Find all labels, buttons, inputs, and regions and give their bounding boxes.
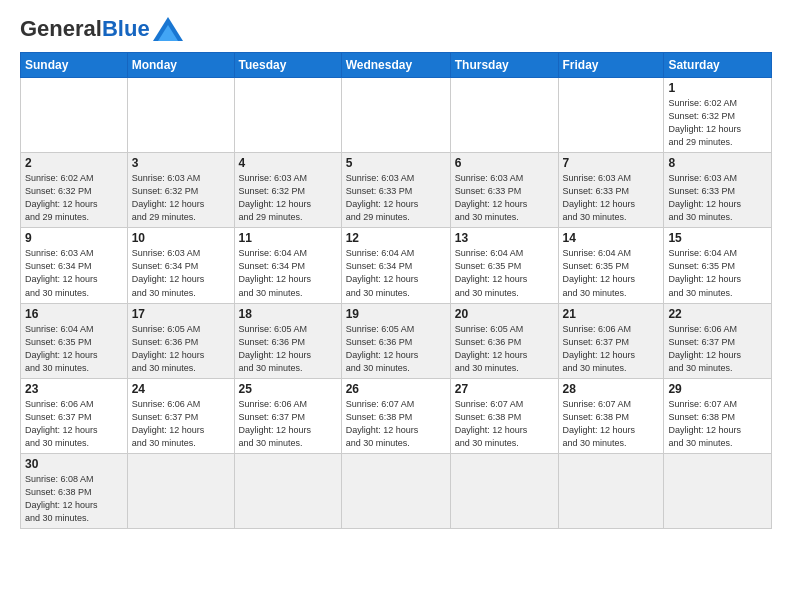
day-info: Sunrise: 6:03 AM Sunset: 6:33 PM Dayligh…: [455, 172, 554, 224]
calendar-cell: [558, 453, 664, 528]
logo-icon: [153, 17, 183, 41]
calendar-cell: 3Sunrise: 6:03 AM Sunset: 6:32 PM Daylig…: [127, 153, 234, 228]
header-wednesday: Wednesday: [341, 53, 450, 78]
header-saturday: Saturday: [664, 53, 772, 78]
calendar-cell: 27Sunrise: 6:07 AM Sunset: 6:38 PM Dayli…: [450, 378, 558, 453]
day-info: Sunrise: 6:03 AM Sunset: 6:33 PM Dayligh…: [668, 172, 767, 224]
calendar-cell: 2Sunrise: 6:02 AM Sunset: 6:32 PM Daylig…: [21, 153, 128, 228]
day-number: 8: [668, 156, 767, 170]
day-info: Sunrise: 6:04 AM Sunset: 6:35 PM Dayligh…: [563, 247, 660, 299]
day-info: Sunrise: 6:02 AM Sunset: 6:32 PM Dayligh…: [25, 172, 123, 224]
calendar-cell: 17Sunrise: 6:05 AM Sunset: 6:36 PM Dayli…: [127, 303, 234, 378]
day-info: Sunrise: 6:03 AM Sunset: 6:34 PM Dayligh…: [132, 247, 230, 299]
week-row-0: 1Sunrise: 6:02 AM Sunset: 6:32 PM Daylig…: [21, 78, 772, 153]
logo-area: General Blue: [20, 16, 183, 42]
calendar-cell: 1Sunrise: 6:02 AM Sunset: 6:32 PM Daylig…: [664, 78, 772, 153]
day-info: Sunrise: 6:04 AM Sunset: 6:34 PM Dayligh…: [346, 247, 446, 299]
calendar-cell: 28Sunrise: 6:07 AM Sunset: 6:38 PM Dayli…: [558, 378, 664, 453]
day-number: 3: [132, 156, 230, 170]
day-info: Sunrise: 6:07 AM Sunset: 6:38 PM Dayligh…: [668, 398, 767, 450]
calendar-cell: 7Sunrise: 6:03 AM Sunset: 6:33 PM Daylig…: [558, 153, 664, 228]
day-info: Sunrise: 6:02 AM Sunset: 6:32 PM Dayligh…: [668, 97, 767, 149]
calendar-cell: [341, 78, 450, 153]
day-number: 16: [25, 307, 123, 321]
day-info: Sunrise: 6:06 AM Sunset: 6:37 PM Dayligh…: [25, 398, 123, 450]
calendar-cell: [127, 78, 234, 153]
day-number: 10: [132, 231, 230, 245]
day-info: Sunrise: 6:04 AM Sunset: 6:35 PM Dayligh…: [668, 247, 767, 299]
week-row-5: 30Sunrise: 6:08 AM Sunset: 6:38 PM Dayli…: [21, 453, 772, 528]
calendar-cell: 10Sunrise: 6:03 AM Sunset: 6:34 PM Dayli…: [127, 228, 234, 303]
day-number: 9: [25, 231, 123, 245]
calendar-cell: 6Sunrise: 6:03 AM Sunset: 6:33 PM Daylig…: [450, 153, 558, 228]
calendar-cell: 15Sunrise: 6:04 AM Sunset: 6:35 PM Dayli…: [664, 228, 772, 303]
calendar-cell: [234, 453, 341, 528]
day-info: Sunrise: 6:03 AM Sunset: 6:32 PM Dayligh…: [132, 172, 230, 224]
day-info: Sunrise: 6:04 AM Sunset: 6:35 PM Dayligh…: [25, 323, 123, 375]
calendar-cell: [558, 78, 664, 153]
calendar-cell: [450, 78, 558, 153]
day-number: 18: [239, 307, 337, 321]
day-info: Sunrise: 6:07 AM Sunset: 6:38 PM Dayligh…: [455, 398, 554, 450]
day-number: 14: [563, 231, 660, 245]
day-number: 26: [346, 382, 446, 396]
calendar-cell: 24Sunrise: 6:06 AM Sunset: 6:37 PM Dayli…: [127, 378, 234, 453]
day-info: Sunrise: 6:03 AM Sunset: 6:34 PM Dayligh…: [25, 247, 123, 299]
calendar-cell: 18Sunrise: 6:05 AM Sunset: 6:36 PM Dayli…: [234, 303, 341, 378]
week-row-3: 16Sunrise: 6:04 AM Sunset: 6:35 PM Dayli…: [21, 303, 772, 378]
calendar-cell: 26Sunrise: 6:07 AM Sunset: 6:38 PM Dayli…: [341, 378, 450, 453]
day-number: 1: [668, 81, 767, 95]
day-number: 2: [25, 156, 123, 170]
header-tuesday: Tuesday: [234, 53, 341, 78]
day-info: Sunrise: 6:06 AM Sunset: 6:37 PM Dayligh…: [239, 398, 337, 450]
calendar-cell: 21Sunrise: 6:06 AM Sunset: 6:37 PM Dayli…: [558, 303, 664, 378]
week-row-4: 23Sunrise: 6:06 AM Sunset: 6:37 PM Dayli…: [21, 378, 772, 453]
day-number: 5: [346, 156, 446, 170]
day-number: 25: [239, 382, 337, 396]
day-number: 13: [455, 231, 554, 245]
header-friday: Friday: [558, 53, 664, 78]
calendar-cell: [127, 453, 234, 528]
day-number: 28: [563, 382, 660, 396]
day-info: Sunrise: 6:04 AM Sunset: 6:34 PM Dayligh…: [239, 247, 337, 299]
header: General Blue: [20, 16, 772, 42]
day-number: 15: [668, 231, 767, 245]
day-number: 12: [346, 231, 446, 245]
calendar-cell: 14Sunrise: 6:04 AM Sunset: 6:35 PM Dayli…: [558, 228, 664, 303]
day-info: Sunrise: 6:04 AM Sunset: 6:35 PM Dayligh…: [455, 247, 554, 299]
logo-blue: Blue: [102, 16, 150, 42]
day-info: Sunrise: 6:03 AM Sunset: 6:33 PM Dayligh…: [346, 172, 446, 224]
week-row-2: 9Sunrise: 6:03 AM Sunset: 6:34 PM Daylig…: [21, 228, 772, 303]
header-sunday: Sunday: [21, 53, 128, 78]
calendar-cell: 12Sunrise: 6:04 AM Sunset: 6:34 PM Dayli…: [341, 228, 450, 303]
day-number: 7: [563, 156, 660, 170]
day-info: Sunrise: 6:05 AM Sunset: 6:36 PM Dayligh…: [239, 323, 337, 375]
day-number: 20: [455, 307, 554, 321]
calendar-cell: 11Sunrise: 6:04 AM Sunset: 6:34 PM Dayli…: [234, 228, 341, 303]
header-thursday: Thursday: [450, 53, 558, 78]
logo: General Blue: [20, 16, 183, 42]
calendar-cell: [341, 453, 450, 528]
calendar-cell: 22Sunrise: 6:06 AM Sunset: 6:37 PM Dayli…: [664, 303, 772, 378]
day-number: 6: [455, 156, 554, 170]
day-number: 23: [25, 382, 123, 396]
calendar-table: SundayMondayTuesdayWednesdayThursdayFrid…: [20, 52, 772, 529]
day-number: 11: [239, 231, 337, 245]
day-info: Sunrise: 6:06 AM Sunset: 6:37 PM Dayligh…: [132, 398, 230, 450]
day-info: Sunrise: 6:07 AM Sunset: 6:38 PM Dayligh…: [346, 398, 446, 450]
calendar-cell: 9Sunrise: 6:03 AM Sunset: 6:34 PM Daylig…: [21, 228, 128, 303]
day-number: 22: [668, 307, 767, 321]
day-number: 27: [455, 382, 554, 396]
calendar-page: General Blue SundayMondayTuesdayWednesda…: [0, 0, 792, 539]
calendar-cell: 29Sunrise: 6:07 AM Sunset: 6:38 PM Dayli…: [664, 378, 772, 453]
day-info: Sunrise: 6:05 AM Sunset: 6:36 PM Dayligh…: [455, 323, 554, 375]
day-info: Sunrise: 6:06 AM Sunset: 6:37 PM Dayligh…: [563, 323, 660, 375]
day-number: 17: [132, 307, 230, 321]
calendar-cell: [450, 453, 558, 528]
calendar-cell: [21, 78, 128, 153]
calendar-cell: 23Sunrise: 6:06 AM Sunset: 6:37 PM Dayli…: [21, 378, 128, 453]
header-monday: Monday: [127, 53, 234, 78]
calendar-cell: 8Sunrise: 6:03 AM Sunset: 6:33 PM Daylig…: [664, 153, 772, 228]
day-info: Sunrise: 6:07 AM Sunset: 6:38 PM Dayligh…: [563, 398, 660, 450]
header-row: SundayMondayTuesdayWednesdayThursdayFrid…: [21, 53, 772, 78]
